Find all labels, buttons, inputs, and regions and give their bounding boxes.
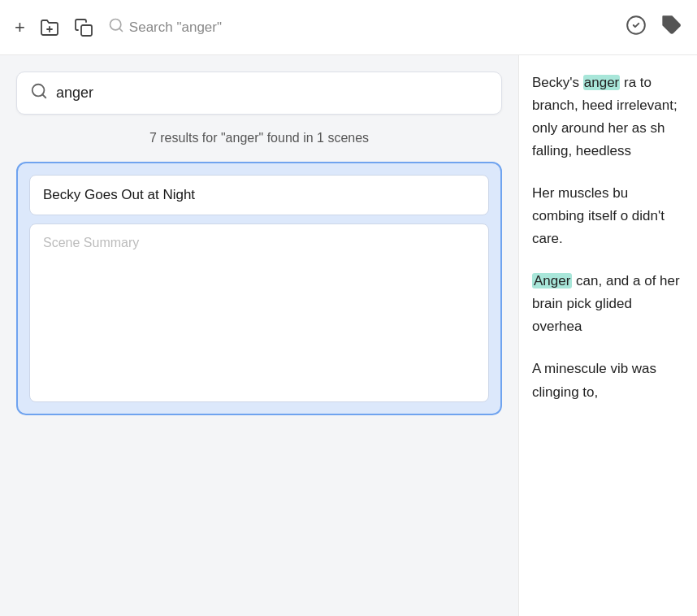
paragraph-4: A minescule vib was clinging to, xyxy=(532,358,684,403)
check-circle-button[interactable] xyxy=(626,15,647,41)
scene-card: Becky Goes Out at Night Scene Summary xyxy=(16,162,502,415)
highlight-anger-1: anger xyxy=(583,75,620,90)
left-panel: 7 results for "anger" found in 1 scenes … xyxy=(0,55,518,616)
paragraph-3: Anger can, and a of her brain pick glide… xyxy=(532,270,684,338)
search-box xyxy=(16,72,502,115)
search-box-icon xyxy=(30,82,48,104)
highlight-anger-2: Anger xyxy=(532,273,572,288)
svg-line-8 xyxy=(42,94,45,98)
svg-line-4 xyxy=(119,28,123,32)
paragraph-2: Her muscles bu combing itself o didn't c… xyxy=(532,182,684,250)
add-button[interactable]: + xyxy=(15,17,25,38)
search-input[interactable] xyxy=(56,85,488,102)
scene-title: Becky Goes Out at Night xyxy=(43,187,195,202)
scene-summary-box[interactable]: Scene Summary xyxy=(29,223,489,402)
toolbar-right xyxy=(626,15,682,41)
tag-button[interactable] xyxy=(661,15,682,41)
toolbar-search-text: Search "anger" xyxy=(129,20,222,36)
new-folder-button[interactable] xyxy=(40,18,59,37)
right-panel: Becky's anger ra to branch, heed irrelev… xyxy=(518,55,697,616)
search-icon xyxy=(108,17,124,37)
paragraph-1: Becky's anger ra to branch, heed irrelev… xyxy=(532,72,684,163)
scene-title-box[interactable]: Becky Goes Out at Night xyxy=(29,175,489,215)
scene-summary-placeholder: Scene Summary xyxy=(43,236,139,249)
main-content: 7 results for "anger" found in 1 scenes … xyxy=(0,55,697,616)
toolbar: + Search "anger" xyxy=(0,0,697,55)
toolbar-search: Search "anger" xyxy=(108,17,611,37)
results-summary: 7 results for "anger" found in 1 scenes xyxy=(16,128,502,149)
svg-rect-2 xyxy=(81,25,92,36)
copy-button[interactable] xyxy=(74,18,93,37)
